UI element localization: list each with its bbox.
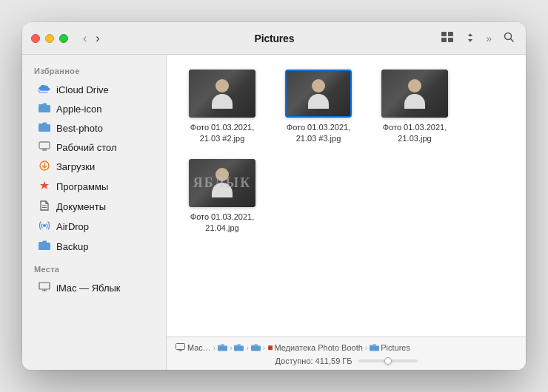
storage-slider-thumb: [384, 357, 392, 365]
breadcrumb-pictures-label: Pictures: [381, 343, 410, 352]
breadcrumb-mac: Mac…: [176, 343, 211, 353]
documents-icon: [39, 200, 50, 213]
places-label: Места: [22, 262, 166, 278]
sidebar-item-best-photo-label: Best-photo: [56, 123, 103, 134]
photo-preview: [308, 79, 329, 109]
airdrop-icon: [39, 220, 50, 233]
list-item[interactable]: ЯБЛЫК Фото 01.03.2021,21.04.jpg: [181, 159, 263, 234]
sidebar-item-apps[interactable]: Программы: [27, 177, 161, 197]
breadcrumb: Mac… › ›: [176, 340, 517, 355]
svg-rect-2: [441, 38, 447, 42]
sidebar-item-apple-label: Apple-icon: [56, 104, 101, 115]
breadcrumb-sep: ›: [263, 344, 265, 352]
back-button[interactable]: ‹: [80, 33, 90, 44]
list-item[interactable]: Фото 01.03.2021,21.03 #3.jpg: [278, 70, 359, 144]
svg-line-5: [511, 39, 514, 42]
storage-info: Доступно: 411,59 ГБ: [176, 355, 517, 367]
list-item[interactable]: Фото 01.03.2021,21.03.jpg: [374, 70, 455, 144]
breadcrumb-photobooth: ■ Медиатека Photo Booth: [267, 342, 363, 353]
downloads-icon: [39, 160, 50, 173]
traffic-lights: [31, 34, 68, 43]
svg-rect-1: [448, 32, 453, 36]
favorites-label: Избранное: [22, 64, 166, 80]
more-actions-button[interactable]: »: [483, 31, 495, 46]
apps-icon: [39, 180, 50, 193]
breadcrumb-mac-label: Mac…: [187, 343, 211, 352]
svg-rect-20: [176, 343, 185, 349]
sidebar-item-airdrop-label: AirDrop: [56, 221, 89, 232]
files-grid: Фото 01.03.2021,21.03 #2.jpg Фото 01.03.…: [167, 55, 526, 337]
folder-icon-3: [39, 240, 50, 252]
close-button[interactable]: [31, 34, 40, 43]
svg-rect-3: [448, 38, 453, 42]
svg-rect-8: [39, 142, 50, 149]
file-name: Фото 01.03.2021,21.04.jpg: [190, 212, 254, 234]
photo-preview: [404, 79, 425, 109]
icloud-icon: [39, 84, 50, 95]
sidebar-item-icloud-label: iCloud Drive: [56, 84, 109, 95]
forward-button[interactable]: ›: [93, 33, 102, 44]
svg-rect-6: [39, 105, 50, 112]
list-item[interactable]: Фото 01.03.2021,21.03 #2.jpg: [181, 70, 263, 144]
view-toggle-button[interactable]: [438, 30, 458, 46]
sidebar-item-apple-icon[interactable]: Apple-icon: [27, 99, 161, 118]
desktop-icon: [39, 141, 50, 153]
sidebar-item-imac[interactable]: iMac — Яблык: [27, 278, 161, 297]
minimize-button[interactable]: [45, 34, 54, 43]
folder-icon-2: [39, 122, 50, 134]
sidebar-item-documents[interactable]: Документы: [27, 197, 161, 217]
file-thumbnail-selected: [285, 70, 352, 118]
file-name: Фото 01.03.2021,21.03 #2.jpg: [190, 122, 254, 144]
sidebar-item-imac-label: iMac — Яблык: [56, 283, 121, 294]
file-name: Фото 01.03.2021,21.03 #3.jpg: [287, 122, 350, 144]
breadcrumb-pictures: Pictures: [370, 343, 410, 352]
svg-rect-23: [218, 346, 227, 351]
breadcrumb-folder2: [234, 344, 244, 351]
main-content: Избранное iCloud Drive: [22, 55, 526, 370]
svg-rect-0: [441, 32, 447, 36]
breadcrumb-sep: ›: [365, 344, 367, 352]
finder-window: ‹ › Pictures »: [22, 22, 526, 370]
window-title: Pictures: [110, 33, 439, 44]
breadcrumb-folder3: [251, 344, 261, 351]
sidebar: Избранное iCloud Drive: [22, 55, 167, 370]
sidebar-item-best-photo[interactable]: Best-photo: [27, 118, 161, 138]
folder-icon: [39, 103, 50, 115]
svg-rect-26: [370, 346, 379, 351]
svg-rect-7: [39, 124, 50, 132]
computer-icon: [176, 343, 185, 353]
sidebar-item-backup[interactable]: Backup: [27, 237, 161, 256]
photobooth-icon: ■: [267, 342, 273, 353]
maximize-button[interactable]: [59, 34, 68, 43]
breadcrumb-sep: ›: [213, 344, 215, 352]
file-name: Фото 01.03.2021,21.03.jpg: [383, 122, 447, 144]
sidebar-item-desktop[interactable]: Рабочий стол: [27, 138, 161, 157]
statusbar: Mac… › ›: [167, 337, 526, 370]
sidebar-item-downloads-label: Загрузки: [56, 161, 95, 172]
photo-preview: [212, 168, 233, 197]
file-thumbnail-watermark: ЯБЛЫК: [189, 159, 255, 207]
file-area: Фото 01.03.2021,21.03 #2.jpg Фото 01.03.…: [167, 55, 526, 370]
storage-slider[interactable]: [358, 359, 418, 362]
sidebar-item-icloud-drive[interactable]: iCloud Drive: [27, 80, 161, 99]
svg-rect-25: [251, 346, 261, 351]
sort-button[interactable]: [464, 30, 477, 46]
svg-rect-16: [39, 243, 50, 250]
sidebar-item-airdrop[interactable]: AirDrop: [27, 217, 161, 237]
nav-buttons: ‹ ›: [80, 33, 103, 44]
svg-rect-17: [39, 283, 50, 289]
file-thumbnail: [189, 70, 255, 118]
toolbar-right: »: [438, 30, 517, 46]
sidebar-item-backup-label: Backup: [56, 241, 88, 252]
photo-preview: [212, 79, 233, 109]
storage-label: Доступно: 411,59 ГБ: [275, 356, 352, 365]
svg-point-15: [43, 224, 46, 227]
sidebar-item-apps-label: Программы: [56, 181, 108, 192]
sidebar-item-downloads[interactable]: Загрузки: [27, 157, 161, 177]
svg-rect-24: [234, 346, 244, 351]
sidebar-item-documents-label: Документы: [56, 201, 106, 212]
search-button[interactable]: [501, 30, 517, 46]
titlebar: ‹ › Pictures »: [22, 22, 526, 55]
breadcrumb-sep: ›: [230, 344, 232, 352]
imac-icon: [39, 282, 50, 294]
